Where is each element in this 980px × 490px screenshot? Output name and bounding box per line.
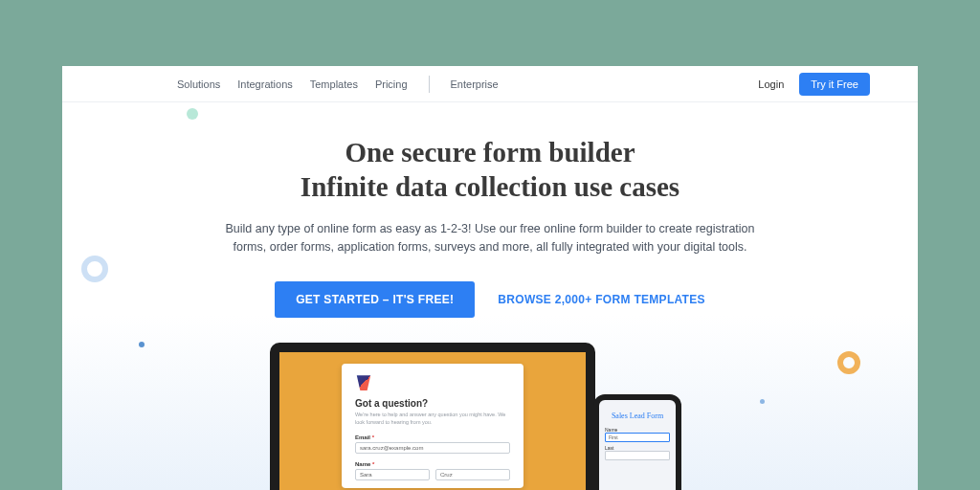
decor-blue-ring — [81, 256, 108, 282]
decor-mint-dot — [187, 108, 198, 120]
required-asterisk: * — [372, 434, 374, 440]
first-name-input[interactable]: Sara — [355, 469, 430, 480]
decor-orange-ring — [837, 351, 860, 374]
phone-screen: Sales Lead Form Name First Last — [599, 400, 676, 490]
email-label: Email * — [355, 434, 510, 440]
nav-divider — [429, 76, 430, 93]
login-link[interactable]: Login — [758, 78, 784, 90]
nav-pricing[interactable]: Pricing — [375, 78, 408, 90]
form-title: Got a question? — [355, 398, 510, 409]
decor-blue-dot — [139, 342, 145, 347]
name-row: Sara Cruz — [355, 467, 510, 480]
laptop-screen: Got a question? We're here to help and a… — [279, 352, 586, 490]
form-description: We're here to help and answer any questi… — [355, 412, 510, 426]
top-nav: Solutions Integrations Templates Pricing… — [62, 66, 918, 102]
device-mockup-stage: Got a question? We're here to help and a… — [270, 343, 710, 490]
last-name-input[interactable]: Cruz — [435, 469, 510, 480]
decor-blue-dot-2 — [760, 399, 765, 404]
hero-subhead: Build any type of online form as easy as… — [222, 220, 758, 257]
phone-form-title: Sales Lead Form — [612, 412, 663, 420]
nav-right: Login Try it Free — [758, 73, 870, 96]
get-started-button[interactable]: GET STARTED – IT'S FREE! — [275, 281, 475, 318]
phone-last-input[interactable] — [605, 451, 670, 460]
page-card: Solutions Integrations Templates Pricing… — [62, 66, 918, 490]
nav-solutions[interactable]: Solutions — [177, 78, 220, 90]
phone-first-input[interactable]: First — [605, 433, 670, 442]
form-logo-icon — [355, 375, 372, 390]
required-asterisk: * — [372, 461, 374, 467]
headline-line-1: One secure form builder — [345, 137, 635, 167]
nav-integrations[interactable]: Integrations — [237, 78, 292, 90]
email-input[interactable]: sara.cruz@example.com — [355, 442, 510, 454]
nav-templates[interactable]: Templates — [310, 78, 358, 90]
try-free-button[interactable]: Try it Free — [799, 73, 870, 96]
nav-enterprise[interactable]: Enterprise — [451, 78, 499, 90]
name-label-text: Name — [355, 461, 370, 467]
contact-form-card: Got a question? We're here to help and a… — [342, 364, 523, 487]
email-label-text: Email — [355, 434, 370, 440]
browse-templates-link[interactable]: BROWSE 2,000+ FORM TEMPLATES — [498, 293, 705, 306]
hero-section: One secure form builder Infinite data co… — [62, 102, 918, 490]
phone-mockup: Sales Lead Form Name First Last — [593, 394, 681, 490]
hero-headline: One secure form builder Infinite data co… — [62, 135, 918, 205]
cta-row: GET STARTED – IT'S FREE! BROWSE 2,000+ F… — [62, 281, 918, 318]
headline-line-2: Infinite data collection use cases — [301, 171, 679, 202]
laptop-mockup: Got a question? We're here to help and a… — [270, 343, 595, 490]
nav-left: Solutions Integrations Templates Pricing… — [177, 76, 499, 93]
